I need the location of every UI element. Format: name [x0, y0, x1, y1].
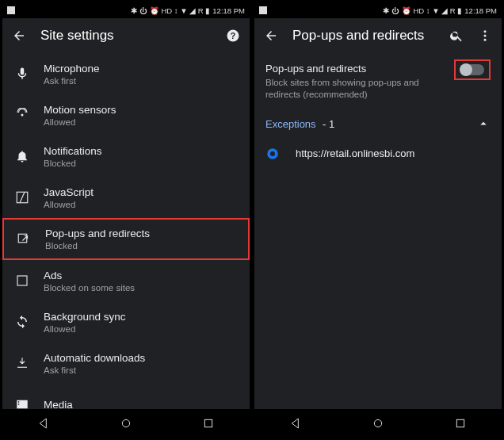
setting-title: Pop-ups and redirects [265, 63, 446, 75]
popup-icon [17, 232, 31, 247]
nav-home-icon[interactable] [372, 417, 384, 430]
bell-icon [15, 149, 29, 163]
exceptions-count: - 1 [323, 118, 334, 130]
svg-point-2 [21, 114, 24, 117]
exceptions-header[interactable]: Exceptions - 1 [254, 109, 502, 139]
setting-status: Allowed [44, 200, 94, 209]
setting-row-popup[interactable]: Pop-ups and redirectsBlocked [2, 218, 250, 260]
site-icon [265, 147, 280, 161]
back-icon[interactable] [264, 29, 278, 43]
svg-rect-5 [17, 276, 27, 285]
toggle-highlight [454, 59, 491, 80]
svg-rect-8 [18, 404, 20, 405]
nav-back-icon[interactable] [37, 417, 50, 430]
setting-row-sensors[interactable]: Motion sensorsAllowed [2, 94, 250, 136]
page-title: Pop-ups and redirects [292, 28, 435, 44]
toggle-switch[interactable] [460, 64, 484, 75]
setting-status: Ask first [44, 365, 145, 375]
sensors-icon [15, 108, 29, 122]
nav-recent-icon[interactable] [202, 417, 215, 430]
setting-label: JavaScript [44, 186, 94, 198]
setting-label: Motion sensors [44, 104, 116, 116]
setting-status: Allowed [44, 324, 126, 334]
status-indicators: ✱ ⏻ ⏰ HD ↕ ▼ ◢ R ▮ [131, 6, 210, 15]
svg-point-12 [484, 35, 487, 37]
setting-status: Allowed [44, 117, 116, 127]
nav-home-icon[interactable] [120, 417, 132, 430]
status-bar: ✱ ⏻ ⏰ HD ↕ ▼ ◢ R ▮ 12:18 PM [254, 2, 502, 18]
svg-rect-7 [18, 401, 20, 403]
setting-row-js[interactable]: JavaScriptAllowed [2, 177, 250, 218]
setting-label: Pop-ups and redirects [45, 228, 150, 239]
svg-point-13 [484, 39, 487, 41]
app-bar: Pop-ups and redirects [254, 18, 502, 53]
exception-row[interactable]: https://retail.onlinesbi.com [254, 139, 502, 169]
setting-label: Ads [44, 270, 135, 281]
setting-row-sync[interactable]: Background syncAllowed [2, 301, 250, 342]
setting-row-media[interactable]: Media [2, 384, 250, 409]
svg-text:?: ? [231, 31, 235, 40]
chevron-up-icon [476, 117, 491, 131]
setting-label: Notifications [44, 145, 102, 157]
sync-icon [15, 315, 29, 329]
setting-status: Blocked [45, 241, 150, 251]
help-icon[interactable]: ? [226, 29, 240, 43]
ads-icon [15, 274, 29, 288]
popup-toggle-row[interactable]: Pop-ups and redirects Block sites from s… [254, 53, 502, 109]
page-title: Site settings [40, 28, 212, 44]
setting-row-download[interactable]: Automatic downloadsAsk first [2, 342, 250, 384]
status-time: 12:18 PM [464, 6, 497, 15]
popups-redirects-screen: ✱ ⏻ ⏰ HD ↕ ▼ ◢ R ▮ 12:18 PM Pop-ups and … [254, 2, 502, 438]
svg-point-15 [270, 151, 275, 156]
app-icon [259, 6, 267, 14]
media-icon [15, 397, 29, 409]
setting-label: Media [44, 399, 73, 410]
setting-row-ads[interactable]: AdsBlocked on some sites [2, 260, 250, 301]
search-icon[interactable] [449, 29, 464, 43]
status-time: 12:18 PM [212, 6, 245, 15]
mic-icon [15, 67, 29, 81]
nav-recent-icon[interactable] [454, 417, 467, 430]
svg-point-16 [374, 419, 381, 427]
setting-status: Blocked [44, 159, 102, 168]
settings-list: MicrophoneAsk firstMotion sensorsAllowed… [2, 53, 250, 409]
status-bar: ✱ ⏻ ⏰ HD ↕ ▼ ◢ R ▮ 12:18 PM [2, 2, 250, 18]
exceptions-label: Exceptions [265, 118, 316, 130]
setting-label: Microphone [44, 63, 100, 75]
svg-point-9 [122, 419, 129, 427]
svg-rect-10 [204, 419, 212, 427]
more-icon[interactable] [478, 29, 492, 43]
download-icon [15, 356, 29, 370]
status-indicators: ✱ ⏻ ⏰ HD ↕ ▼ ◢ R ▮ [383, 6, 462, 15]
exception-url: https://retail.onlinesbi.com [296, 147, 414, 159]
js-icon [15, 190, 29, 205]
nav-back-icon[interactable] [289, 417, 302, 430]
setting-description: Block sites from showing pop-ups and red… [265, 77, 446, 101]
app-icon [7, 6, 15, 14]
setting-status: Blocked on some sites [44, 283, 135, 293]
back-icon[interactable] [12, 29, 26, 43]
setting-label: Background sync [44, 311, 126, 323]
setting-label: Automatic downloads [44, 352, 145, 364]
site-settings-screen: ✱ ⏻ ⏰ HD ↕ ▼ ◢ R ▮ 12:18 PM Site setting… [2, 2, 250, 438]
setting-row-bell[interactable]: NotificationsBlocked [2, 136, 250, 177]
nav-bar [2, 409, 250, 438]
svg-point-11 [484, 30, 487, 33]
nav-bar [254, 409, 502, 438]
setting-row-mic[interactable]: MicrophoneAsk first [2, 53, 250, 94]
setting-status: Ask first [44, 76, 100, 86]
app-bar: Site settings ? [2, 18, 250, 53]
svg-rect-17 [456, 419, 464, 427]
